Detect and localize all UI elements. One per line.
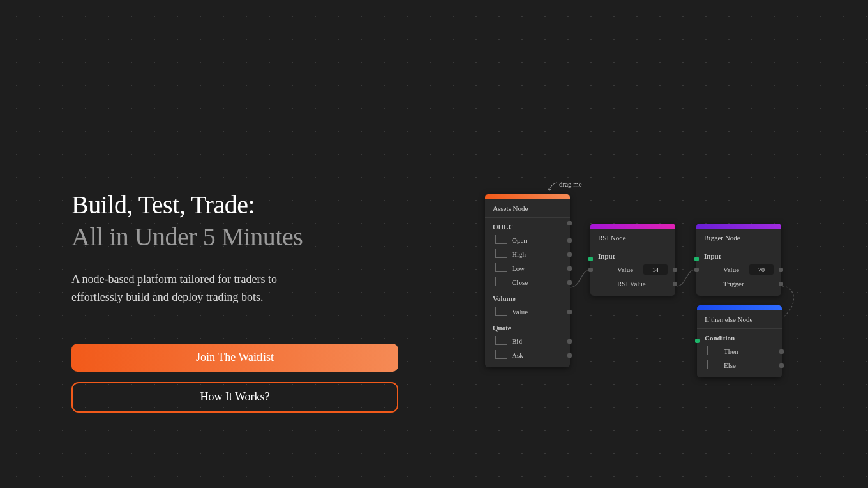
line-icon: [707, 278, 719, 289]
bigger-node-title: Bigger Node: [696, 229, 781, 247]
line-icon: [495, 307, 508, 317]
how-it-works-button[interactable]: How It Works?: [71, 382, 398, 413]
port-out[interactable]: [779, 363, 784, 368]
port-in[interactable]: [588, 268, 593, 272]
rsi-output-row: RSI Value: [590, 277, 675, 291]
line-icon: [495, 235, 508, 245]
rsi-node[interactable]: RSI Node Input Value 14 RSI Value: [590, 224, 675, 296]
ifelse-else-row: Else: [697, 358, 782, 372]
port-out[interactable]: [567, 310, 572, 314]
hero-title-line2: All in Under 5 Minutes: [71, 222, 303, 251]
port-out[interactable]: [779, 349, 784, 354]
port-out[interactable]: [673, 282, 677, 286]
drag-arrow-icon: [546, 181, 559, 194]
line-icon: [707, 346, 720, 356]
port-out[interactable]: [673, 268, 677, 272]
assets-node[interactable]: Assets Node OHLC Open High Low Close Vol…: [485, 194, 570, 367]
line-icon: [495, 350, 508, 360]
row-bid: Bid: [485, 334, 570, 348]
assets-node-bar: [485, 194, 570, 199]
port-in[interactable]: [694, 268, 699, 272]
port-out[interactable]: [567, 252, 572, 257]
row-low: Low: [485, 261, 570, 275]
drag-hint-label: drag me: [559, 180, 582, 188]
volume-label: Volume: [485, 289, 570, 305]
port-out[interactable]: [567, 353, 572, 358]
line-icon: [495, 263, 508, 273]
bigger-value-input[interactable]: 70: [749, 264, 774, 275]
rsi-input-label: Input: [590, 247, 675, 263]
join-waitlist-button[interactable]: Join The Waitlist: [71, 344, 398, 372]
ifelse-node-bar: [697, 305, 782, 310]
ifelse-node-title: If then else Node: [697, 310, 782, 329]
port-in[interactable]: [695, 339, 700, 343]
line-icon: [495, 277, 508, 287]
quote-label: Quote: [485, 319, 570, 334]
port-out[interactable]: [567, 266, 572, 271]
row-open: Open: [485, 233, 570, 247]
assets-node-title: Assets Node: [485, 199, 570, 218]
ifelse-condition-label: Condition: [697, 329, 782, 344]
line-icon: [707, 360, 720, 370]
bigger-input-label: Input: [696, 247, 781, 263]
rsi-value-input[interactable]: 14: [643, 264, 668, 275]
row-ask: Ask: [485, 348, 570, 362]
node-canvas[interactable]: drag me Assets Node OHLC Open High Low C…: [485, 179, 842, 396]
hero-description: A node-based platform tailored for trade…: [71, 271, 327, 307]
line-icon: [495, 249, 508, 259]
ifelse-node[interactable]: If then else Node Condition Then Else: [697, 305, 782, 377]
hero-title-line1: Build, Test, Trade:: [71, 190, 255, 219]
ohlc-label: OHLC: [485, 218, 570, 233]
row-high: High: [485, 247, 570, 261]
row-close: Close: [485, 275, 570, 289]
line-icon: [601, 264, 613, 275]
hero-section: Build, Test, Trade: All in Under 5 Minut…: [71, 189, 403, 413]
port-out[interactable]: [779, 268, 783, 272]
row-volume-value: Value: [485, 305, 570, 319]
line-icon: [707, 264, 719, 275]
port-in[interactable]: [588, 257, 593, 261]
rsi-node-title: RSI Node: [590, 229, 675, 247]
line-icon: [495, 336, 508, 346]
port-out[interactable]: [567, 339, 572, 344]
bigger-trigger-row: Trigger: [696, 277, 781, 291]
hero-buttons: Join The Waitlist How It Works?: [71, 344, 398, 413]
rsi-value-row: Value 14: [590, 263, 675, 277]
port-out[interactable]: [567, 238, 572, 243]
rsi-node-bar: [590, 224, 675, 229]
port-out[interactable]: [567, 280, 572, 285]
port-out[interactable]: [779, 282, 783, 286]
ifelse-then-row: Then: [697, 344, 782, 358]
bigger-node[interactable]: Bigger Node Input Value 70 Trigger: [696, 224, 781, 296]
bigger-node-bar: [696, 224, 781, 229]
bigger-value-row: Value 70: [696, 263, 781, 277]
port-out[interactable]: [567, 221, 572, 225]
line-icon: [601, 278, 613, 289]
hero-title: Build, Test, Trade: All in Under 5 Minut…: [71, 189, 403, 253]
port-in[interactable]: [694, 257, 699, 261]
